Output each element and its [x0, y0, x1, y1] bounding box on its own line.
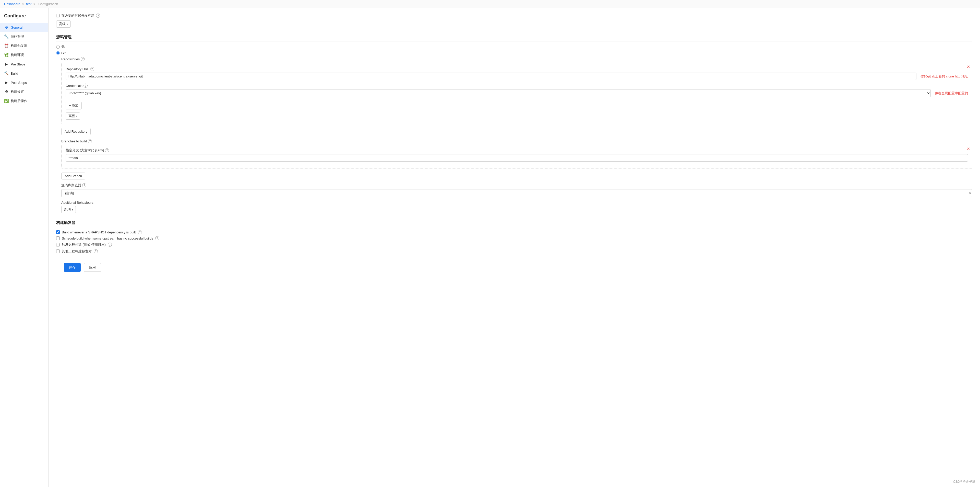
main-content: 在必要的时候开发构建 ? 高级 ▾ 源码管理 无 — [49, 8, 980, 487]
repo-url-field: Repository URL ? 你的gitlab上面的 clone http … — [65, 67, 968, 80]
repo-advanced-arrow: ▾ — [76, 115, 77, 118]
trigger-label-0: Build whenever a SNAPSHOT dependency is … — [62, 230, 136, 234]
trigger-help-3[interactable]: ? — [94, 249, 98, 253]
branch-spec-help[interactable]: ? — [105, 148, 109, 152]
trigger-checkbox-0[interactable] — [56, 230, 60, 234]
credentials-help[interactable]: ? — [83, 84, 88, 88]
credentials-select[interactable]: root/****** (gitlab key) — [65, 89, 931, 97]
trigger-checkbox-2[interactable] — [56, 243, 60, 246]
repository-card: ✕ Repository URL ? 你的gitlab上面的 clone htt… — [61, 62, 972, 124]
sidebar-label-build: Build — [11, 72, 18, 75]
trigger-label-3: 其他工程构建触发对 — [62, 249, 92, 254]
branches-help[interactable]: ? — [88, 139, 92, 143]
repo-url-help[interactable]: ? — [90, 67, 94, 71]
new-behaviour-button[interactable]: 新增 ▾ — [61, 206, 76, 213]
repo-url-annotation: 你的gitlab上面的 clone http 地址 — [921, 74, 968, 79]
trigger-row-1: Schedule build when some upstream has no… — [56, 236, 972, 240]
breadcrumb-dashboard[interactable]: Dashboard — [4, 2, 21, 6]
trigger-label-1: Schedule build when some upstream has no… — [62, 236, 153, 240]
add-branch-button[interactable]: Add Branch — [61, 172, 85, 179]
browser-select[interactable]: (自动) — [61, 189, 972, 197]
save-button[interactable]: 保存 — [64, 263, 81, 272]
credentials-row: root/****** (gitlab key) 你在全局配置中配置的 — [65, 89, 968, 97]
branch-spec-input[interactable] — [65, 154, 968, 161]
repositories-help[interactable]: ? — [81, 57, 85, 61]
sidebar-label-source-mgmt: 源码管理 — [11, 34, 24, 39]
browser-field: 源码库浏览器 ? (自动) — [61, 183, 972, 197]
add-repository-button[interactable]: Add Repository — [61, 128, 91, 135]
apply-button[interactable]: 应用 — [84, 263, 101, 272]
source-mgmt-section: 源码管理 无 Git Repositories ? — [56, 35, 972, 213]
repositories-label: Repositories ? — [61, 57, 972, 61]
trigger-help-1[interactable]: ? — [155, 236, 159, 240]
general-icon: ⚙ — [4, 25, 9, 30]
branch-card: ✕ 指定分支 (为空时代表any) ? — [61, 145, 972, 168]
repo-url-row: 你的gitlab上面的 clone http 地址 — [65, 73, 968, 80]
build-icon: 🔨 — [4, 71, 9, 76]
browser-help[interactable]: ? — [82, 183, 86, 187]
credentials-field: Credentials ? root/****** (gitlab key) 你… — [65, 84, 968, 97]
credentials-annotation: 你在全局配置中配置的 — [935, 91, 968, 96]
trigger-checkbox-1[interactable] — [56, 236, 60, 240]
source-icon: 🔧 — [4, 34, 9, 39]
sidebar-label-build-env: 构建环境 — [11, 53, 24, 57]
top-checkbox-help[interactable]: ? — [96, 14, 100, 18]
settings-icon: ⚙ — [4, 89, 9, 94]
build-trigger-section: 构建触发器 Build whenever a SNAPSHOT dependen… — [56, 220, 972, 254]
sidebar-item-source-mgmt[interactable]: 🔧 源码管理 — [0, 32, 48, 41]
env-icon: 🌿 — [4, 53, 9, 57]
trigger-help-2[interactable]: ? — [108, 243, 112, 247]
trigger-row-0: Build whenever a SNAPSHOT dependency is … — [56, 230, 972, 234]
credentials-label: Credentials ? — [65, 84, 968, 88]
top-checkbox[interactable] — [56, 14, 60, 18]
top-checkbox-row: 在必要的时候开发构建 ? — [56, 13, 972, 18]
radio-none-label: 无 — [61, 45, 65, 49]
breadcrumb-current: Configuration — [38, 2, 58, 6]
build-trigger-header: 构建触发器 — [56, 220, 972, 227]
sidebar-title: Configure — [0, 11, 48, 23]
radio-none[interactable] — [56, 45, 60, 49]
repo-advanced-label: 高级 — [68, 114, 75, 118]
sidebar: Configure ⚙ General 🔧 源码管理 ⏰ 构建触发器 🌿 构建环… — [0, 8, 49, 487]
sidebar-item-build-env[interactable]: 🌿 构建环境 — [0, 50, 48, 59]
sidebar-item-build-settings[interactable]: ⚙ 构建设置 — [0, 87, 48, 96]
sidebar-label-pre-steps: Pre Steps — [11, 62, 25, 66]
sidebar-item-build-trigger[interactable]: ⏰ 构建触发器 — [0, 41, 48, 50]
browser-label: 源码库浏览器 ? — [61, 183, 972, 188]
branch-spec-label: 指定分支 (为空时代表any) ? — [65, 148, 968, 153]
trigger-checkbox-3[interactable] — [56, 249, 60, 253]
sidebar-item-post-steps[interactable]: ▶ Post Steps — [0, 78, 48, 87]
sidebar-item-general[interactable]: ⚙ General — [0, 23, 48, 32]
sidebar-item-build[interactable]: 🔨 Build — [0, 69, 48, 78]
add-credentials-button[interactable]: + 添加 — [65, 102, 82, 109]
advanced-dropdown-button[interactable]: 高级 ▾ — [56, 21, 71, 28]
branch-close-button[interactable]: ✕ — [967, 147, 970, 151]
repo-close-button[interactable]: ✕ — [967, 65, 970, 69]
repo-url-label: Repository URL ? — [65, 67, 968, 71]
pre-steps-icon: ▶ — [4, 62, 9, 67]
sidebar-label-post-build: 构建后操作 — [11, 99, 27, 103]
top-checkbox-label: 在必要的时候开发构建 — [61, 13, 94, 18]
radio-git-label: Git — [61, 51, 65, 55]
sidebar-item-post-build[interactable]: ✅ 构建后操作 — [0, 96, 48, 105]
watermark: CSDN @鲁子秋 — [953, 480, 975, 484]
radio-git[interactable] — [56, 51, 60, 55]
sidebar-item-pre-steps[interactable]: ▶ Pre Steps — [0, 59, 48, 69]
additional-behaviours-label: Additional Behaviours — [61, 201, 972, 204]
additional-behaviours-field: Additional Behaviours 新增 ▾ — [61, 201, 972, 213]
footer-bar: 保存 应用 — [56, 259, 972, 276]
branches-field: Branches to build ? ✕ 指定分支 (为空时代表any) ? — [61, 139, 972, 179]
branches-label: Branches to build ? — [61, 139, 972, 143]
repositories-block: Repositories ? ✕ Repository URL ? — [61, 57, 972, 213]
repo-advanced-button[interactable]: 高级 ▾ — [65, 112, 80, 120]
repo-url-input[interactable] — [65, 73, 916, 80]
breadcrumb: Dashboard > test > Configuration — [0, 0, 980, 8]
trigger-help-0[interactable]: ? — [138, 230, 142, 234]
post-build-icon: ✅ — [4, 99, 9, 103]
sidebar-label-post-steps: Post Steps — [11, 81, 27, 85]
add-credentials-row: + 添加 — [65, 101, 968, 109]
advanced-dropdown-block: 高级 ▾ — [56, 21, 972, 28]
breadcrumb-test[interactable]: test — [26, 2, 32, 6]
trigger-row-2: 触发远程构建 (例如,使用脚本) ? — [56, 242, 972, 247]
trigger-icon: ⏰ — [4, 43, 9, 48]
